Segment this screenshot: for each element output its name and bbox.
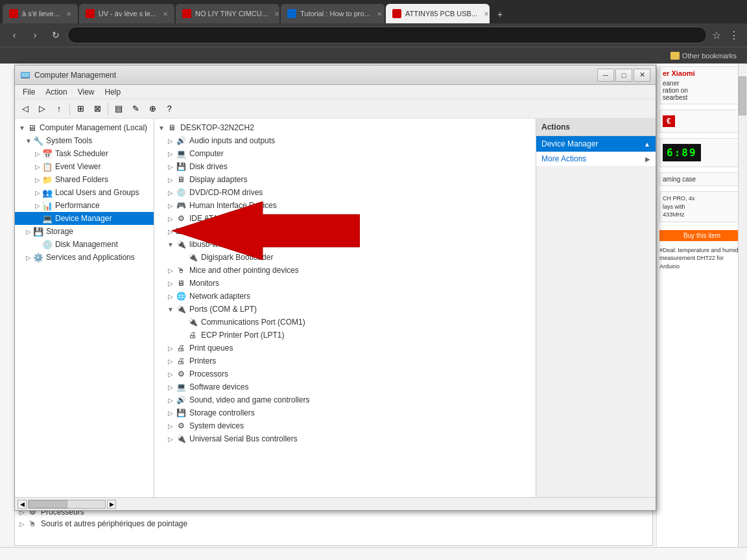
tab-close-5[interactable]: ✕ [484, 10, 489, 18]
tree-storage[interactable]: ▷ 💾 Storage [15, 225, 154, 238]
expand-printers[interactable]: ▷ [166, 356, 175, 366]
expand-digispark[interactable] [178, 253, 187, 262]
tree-shared-folders[interactable]: ▷ 📁 Shared Folders [15, 173, 154, 186]
bottom-item-3[interactable]: ▷ 🖱 Souris et autres périphériques de po… [15, 518, 652, 530]
expand-ports[interactable]: ▼ [166, 305, 175, 314]
tab-close-1[interactable]: ✕ [66, 10, 71, 18]
expand-software[interactable]: ▷ [166, 382, 175, 391]
scroll-left[interactable]: ◀ [18, 500, 27, 509]
other-bookmarks[interactable]: Other bookmarks [665, 51, 742, 61]
toolbar-show-hide[interactable]: ⊞ [73, 101, 88, 117]
expand-system-devs[interactable]: ▷ [166, 421, 175, 430]
device-digispark[interactable]: 🔌 Digispark Bootloader [154, 251, 536, 264]
expand-task-scheduler[interactable]: ▷ [33, 149, 42, 158]
device-ide[interactable]: ▷ ⚙ IDE ATA/ATAPI controllers [154, 212, 536, 225]
toolbar-collapse[interactable]: ⊠ [89, 101, 105, 117]
device-mice[interactable]: ▷ 🖱 Mice and other pointing devices [154, 264, 536, 277]
tab-3[interactable]: NO LIY TINY CIMCU... ✕ [176, 4, 279, 23]
expand-network[interactable]: ▷ [166, 292, 175, 301]
expand-storage[interactable]: ▷ [24, 227, 33, 236]
tree-disk-management[interactable]: 💿 Disk Management [15, 238, 154, 251]
device-libusb[interactable]: ▼ 🔌 libusb-win32 devices [154, 238, 536, 251]
device-sound[interactable]: ▷ 🔊 Sound, video and game controllers [154, 393, 536, 406]
device-root[interactable]: ▼ 🖥 DESKTOP-32N2CH2 [154, 121, 536, 134]
reload-button[interactable]: ↻ [47, 26, 65, 44]
expand-dev-root[interactable]: ▼ [157, 123, 166, 132]
device-monitors[interactable]: ▷ 🖥 Monitors [154, 277, 536, 290]
expand-sound[interactable]: ▷ [166, 395, 175, 404]
scroll-track[interactable] [28, 500, 106, 509]
expand-storage-ctrl[interactable]: ▷ [166, 408, 175, 417]
expand-services-apps[interactable]: ▷ [24, 253, 33, 262]
expand-local-users[interactable]: ▷ [33, 188, 42, 197]
tree-performance[interactable]: ▷ 📊 Performance [15, 199, 154, 212]
device-printers[interactable]: ▷ 🖨 Printers [154, 355, 536, 368]
tree-system-tools[interactable]: ▼ 🔧 System Tools [15, 134, 154, 147]
buy-button[interactable]: Buy this item [659, 230, 744, 241]
device-software[interactable]: ▷ 💻 Software devices [154, 380, 536, 393]
menu-file[interactable]: File [18, 86, 40, 98]
new-tab-button[interactable]: + [491, 5, 509, 23]
browser-menu-button[interactable]: ⋮ [726, 29, 742, 41]
expand-device-manager[interactable] [33, 214, 42, 223]
menu-action[interactable]: Action [40, 86, 72, 98]
expand-usb[interactable]: ▷ [166, 434, 175, 443]
expand-print-queues[interactable]: ▷ [166, 344, 175, 353]
expand-hid[interactable]: ▷ [166, 201, 175, 210]
expand-shared-folders[interactable]: ▷ [33, 175, 42, 184]
device-processors[interactable]: ▷ ⚙ Processors [154, 368, 536, 380]
device-storage-ctrl[interactable]: ▷ 💾 Storage controllers [154, 406, 536, 419]
device-disk[interactable]: ▷ 💾 Disk drives [154, 160, 536, 173]
expand-disk-management[interactable] [33, 240, 42, 249]
bottom-expand-3[interactable]: ▷ [18, 519, 27, 528]
tab-2[interactable]: UV - àv lève s le... ✕ [79, 4, 174, 23]
expand-monitors[interactable]: ▷ [166, 279, 175, 288]
tree-task-scheduler[interactable]: ▷ 📅 Task Scheduler [15, 147, 154, 160]
expand-system-tools[interactable]: ▼ [24, 136, 33, 145]
toolbar-refresh[interactable]: ✎ [128, 101, 143, 117]
tab-close-4[interactable]: ✕ [377, 10, 382, 18]
tab-4[interactable]: Tutorial : How to pro... ✕ [281, 4, 385, 23]
expand-lpt1[interactable] [178, 331, 187, 340]
expand-keyboards[interactable]: ▷ [166, 227, 175, 236]
expand-processors[interactable]: ▷ [166, 369, 175, 379]
expand-root[interactable]: ▼ [18, 123, 27, 132]
menu-help[interactable]: Help [100, 86, 126, 98]
expand-audio[interactable]: ▷ [166, 136, 175, 145]
back-button[interactable]: ‹ [5, 26, 23, 44]
device-keyboards[interactable]: ▷ ⌨ Keyboards [154, 225, 536, 238]
toolbar-properties[interactable]: ▤ [111, 101, 126, 117]
toolbar-back[interactable]: ◁ [18, 101, 33, 117]
action-section-device-manager[interactable]: Device Manager ▲ [536, 136, 656, 152]
expand-dvd[interactable]: ▷ [166, 188, 175, 197]
center-panel[interactable]: ▼ 🖥 DESKTOP-32N2CH2 ▷ 🔊 Audio inputs and… [154, 119, 536, 497]
tree-event-viewer[interactable]: ▷ 📋 Event Viewer [15, 160, 154, 173]
minimize-button[interactable]: ─ [597, 69, 614, 82]
toolbar-help[interactable]: ? [161, 101, 177, 117]
expand-libusb[interactable]: ▼ [166, 240, 175, 249]
forward-button[interactable]: › [26, 26, 44, 44]
device-system-devs[interactable]: ▷ ⚙ System devices [154, 419, 536, 432]
toolbar-forward[interactable]: ▷ [34, 101, 50, 117]
scroll-right[interactable]: ▶ [107, 500, 116, 509]
device-usb[interactable]: ▷ 🔌 Universal Serial Bus controllers [154, 432, 536, 445]
expand-disk[interactable]: ▷ [166, 162, 175, 171]
expand-ide[interactable]: ▷ [166, 214, 175, 223]
device-ports[interactable]: ▼ 🔌 Ports (COM & LPT) [154, 303, 536, 316]
device-print-queues[interactable]: ▷ 🖨 Print queues [154, 342, 536, 355]
toolbar-up[interactable]: ↑ [51, 101, 67, 117]
tree-services-apps[interactable]: ▷ ⚙️ Services and Applications [15, 251, 154, 264]
device-audio[interactable]: ▷ 🔊 Audio inputs and outputs [154, 134, 536, 147]
device-com1[interactable]: 🔌 Communications Port (COM1) [154, 316, 536, 329]
expand-com1[interactable] [178, 318, 187, 327]
expand-performance[interactable]: ▷ [33, 201, 42, 210]
right-scrollbar[interactable] [738, 64, 747, 560]
bookmark-star[interactable]: ☆ [709, 29, 724, 41]
address-bar[interactable] [67, 27, 707, 43]
device-network[interactable]: ▷ 🌐 Network adapters [154, 290, 536, 303]
expand-display[interactable]: ▷ [166, 175, 175, 184]
tree-root[interactable]: ▼ 🖥 Computer Management (Local) [15, 121, 154, 134]
expand-mice[interactable]: ▷ [166, 266, 175, 275]
device-hid[interactable]: ▷ 🎮 Human Interface Devices [154, 199, 536, 212]
tree-device-manager[interactable]: 💻 Device Manager [15, 212, 154, 225]
